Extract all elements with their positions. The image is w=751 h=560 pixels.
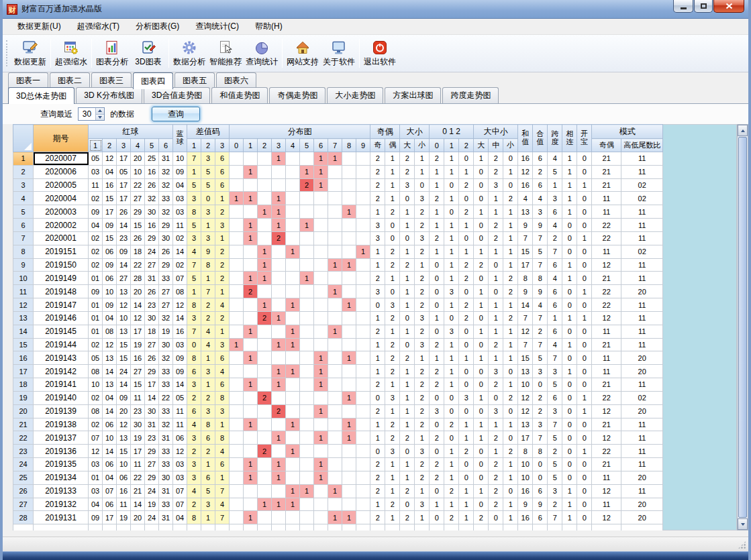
cell-red[interactable]: 29: [131, 205, 145, 219]
cell-dist[interactable]: 1: [314, 458, 328, 471]
cell-dist[interactable]: [342, 458, 356, 471]
cell-dist[interactable]: 1: [286, 365, 300, 378]
cell-period[interactable]: 2020004: [34, 192, 89, 205]
cell-dist[interactable]: [230, 245, 244, 258]
cell-dist[interactable]: [314, 192, 328, 205]
cell-red[interactable]: 33: [159, 192, 173, 205]
cell-val[interactable]: 2: [385, 338, 400, 351]
cell-val[interactable]: 0: [503, 431, 518, 445]
resize-grip[interactable]: [738, 541, 746, 549]
cell-val[interactable]: 1: [474, 152, 489, 166]
cell-dist[interactable]: 1: [286, 298, 300, 312]
cell-dist[interactable]: 1: [244, 165, 258, 178]
cell-val[interactable]: 9: [518, 498, 533, 511]
cell-blue[interactable]: 11: [173, 418, 187, 431]
cell-val[interactable]: 1: [370, 431, 385, 445]
cell-val[interactable]: 2: [489, 378, 503, 392]
cell-red[interactable]: 09: [103, 219, 117, 232]
cell-dist[interactable]: [356, 231, 370, 245]
cell-dist[interactable]: 1: [286, 325, 300, 338]
cell-dist[interactable]: [356, 511, 370, 524]
row-number[interactable]: 11: [13, 285, 34, 298]
cell-val[interactable]: 1: [562, 258, 577, 272]
cell-val[interactable]: 0: [503, 152, 518, 166]
cell-red[interactable]: 08: [103, 325, 117, 338]
cell-val[interactable]: 20: [621, 351, 663, 365]
cell-val[interactable]: 12: [518, 391, 533, 404]
cell-dist[interactable]: [342, 219, 356, 232]
cell-dist[interactable]: [356, 404, 370, 418]
cell-dist[interactable]: 1: [272, 219, 286, 232]
cell-dist[interactable]: [300, 325, 314, 338]
cell-val[interactable]: 0: [577, 471, 592, 484]
cell-val[interactable]: 0: [459, 285, 474, 298]
cell-val[interactable]: 1: [474, 245, 489, 258]
cell-val[interactable]: 3: [415, 231, 430, 245]
cell-val[interactable]: 11: [621, 458, 663, 471]
cell-dist[interactable]: [300, 471, 314, 484]
chart-tab-2[interactable]: 图表二: [50, 72, 90, 89]
cell-val[interactable]: 2: [385, 498, 400, 511]
cell-red[interactable]: 09: [89, 511, 103, 524]
cell-diff[interactable]: 6: [215, 152, 230, 166]
cell-dist[interactable]: [230, 378, 244, 392]
row-number[interactable]: 12: [13, 298, 34, 312]
cell-dist[interactable]: [342, 325, 356, 338]
cell-dist[interactable]: [286, 165, 300, 178]
cell-val[interactable]: 1: [385, 511, 400, 524]
cell-val[interactable]: 20: [621, 365, 663, 378]
cell-diff[interactable]: 3: [201, 365, 215, 378]
cell-val[interactable]: 1: [370, 365, 385, 378]
cell-red[interactable]: 23: [145, 431, 159, 445]
cell-val[interactable]: 0: [400, 338, 415, 351]
cell-dist[interactable]: [230, 165, 244, 178]
cell-dist[interactable]: [272, 258, 286, 272]
cell-val[interactable]: 16: [518, 152, 533, 166]
cell-dist[interactable]: [286, 272, 300, 285]
cell-diff[interactable]: 2: [215, 205, 230, 219]
cell-dist[interactable]: [230, 365, 244, 378]
cell-red[interactable]: 28: [131, 272, 145, 285]
cell-dist[interactable]: [356, 484, 370, 498]
cell-val[interactable]: 0: [444, 311, 459, 325]
query-button[interactable]: 查询: [152, 107, 200, 121]
cell-val[interactable]: 1: [370, 311, 385, 325]
row-number[interactable]: 10: [13, 272, 34, 285]
row-number[interactable]: 25: [13, 471, 34, 484]
cell-dist[interactable]: 1: [356, 245, 370, 258]
cell-diff[interactable]: 1: [201, 511, 215, 524]
cell-dist[interactable]: [300, 192, 314, 205]
cell-red[interactable]: 26: [145, 351, 159, 365]
cell-diff[interactable]: 3: [187, 431, 201, 445]
cell-red[interactable]: 25: [145, 152, 159, 166]
cell-val[interactable]: 6: [533, 511, 548, 524]
cell-diff[interactable]: 1: [187, 165, 201, 178]
cell-red[interactable]: 33: [159, 378, 173, 392]
trend-tab-5[interactable]: 奇偶走势图: [269, 87, 326, 103]
cell-val[interactable]: 1: [415, 351, 430, 365]
cell-dist[interactable]: [230, 458, 244, 471]
cell-dist[interactable]: [356, 165, 370, 178]
cell-val[interactable]: 0: [474, 165, 489, 178]
cell-red[interactable]: 30: [145, 205, 159, 219]
cell-dist[interactable]: [328, 458, 342, 471]
cell-blue[interactable]: 09: [173, 365, 187, 378]
cell-dist[interactable]: [342, 445, 356, 458]
cell-val[interactable]: 0: [430, 484, 444, 498]
cell-val[interactable]: 14: [518, 298, 533, 312]
cell-val[interactable]: 2: [489, 458, 503, 471]
recent-count-spinner[interactable]: 30: [78, 107, 105, 121]
cell-val[interactable]: 0: [503, 178, 518, 192]
row-number[interactable]: 7: [13, 231, 34, 245]
cell-val[interactable]: 11: [592, 245, 621, 258]
cell-val[interactable]: 10: [518, 378, 533, 392]
cell-val[interactable]: 1: [444, 471, 459, 484]
cell-red[interactable]: 17: [131, 445, 145, 458]
cell-val[interactable]: 3: [415, 498, 430, 511]
cell-dist[interactable]: [286, 258, 300, 272]
cell-val[interactable]: 0: [430, 298, 444, 312]
cell-val[interactable]: 1: [489, 272, 503, 285]
cell-blue[interactable]: 03: [173, 458, 187, 471]
cell-val[interactable]: 1: [400, 272, 415, 285]
cell-val[interactable]: 21: [592, 178, 621, 192]
